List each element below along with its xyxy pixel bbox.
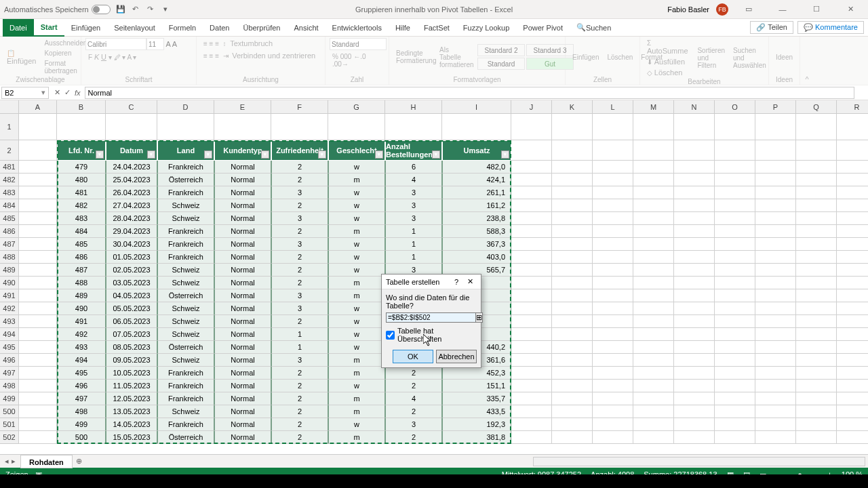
row-header[interactable]: 484 bbox=[0, 199, 19, 212]
table-cell[interactable]: Normal bbox=[214, 212, 271, 225]
table-cell[interactable] bbox=[633, 251, 674, 264]
autosum-button[interactable]: Σ AutoSumme bbox=[644, 38, 692, 56]
table-cell[interactable]: 433,5 bbox=[442, 405, 511, 418]
table-cell[interactable] bbox=[837, 199, 868, 212]
table-cell[interactable] bbox=[755, 302, 796, 315]
table-cell[interactable] bbox=[633, 341, 674, 354]
table-cell[interactable]: 261,1 bbox=[442, 186, 511, 199]
table-header-cell[interactable]: Kundentyp▾ bbox=[214, 140, 271, 161]
table-cell[interactable]: 238,8 bbox=[442, 212, 511, 225]
table-cell[interactable] bbox=[715, 199, 755, 212]
table-cell[interactable] bbox=[19, 186, 57, 199]
table-cell[interactable]: 3 bbox=[271, 186, 328, 199]
table-cell[interactable] bbox=[755, 199, 796, 212]
sort-filter-button[interactable]: Sortieren und Filtern bbox=[694, 45, 728, 70]
table-cell[interactable] bbox=[511, 186, 552, 199]
table-cell[interactable] bbox=[19, 289, 57, 302]
col-header[interactable]: R bbox=[837, 100, 868, 114]
table-cell[interactable]: 29.04.2023 bbox=[106, 225, 157, 238]
table-cell[interactable] bbox=[511, 238, 552, 251]
table-cell[interactable] bbox=[715, 431, 755, 444]
table-cell[interactable] bbox=[837, 354, 868, 367]
avatar[interactable]: FB bbox=[716, 3, 728, 16]
table-cell[interactable]: Österreich bbox=[157, 341, 214, 354]
qat-dropdown-icon[interactable]: ▾ bbox=[161, 5, 170, 14]
table-cell[interactable] bbox=[796, 341, 837, 354]
table-cell[interactable]: 2 bbox=[271, 367, 328, 380]
table-cell[interactable] bbox=[796, 354, 837, 367]
table-cell[interactable] bbox=[552, 289, 593, 302]
table-cell[interactable]: 06.05.2023 bbox=[106, 315, 157, 328]
table-cell[interactable] bbox=[593, 264, 633, 277]
table-cell[interactable] bbox=[674, 225, 715, 238]
table-cell[interactable] bbox=[674, 418, 715, 431]
table-cell[interactable]: 3 bbox=[271, 289, 328, 302]
table-cell[interactable] bbox=[796, 418, 837, 431]
table-cell[interactable] bbox=[715, 289, 755, 302]
table-cell[interactable] bbox=[19, 225, 57, 238]
table-cell[interactable]: 161,2 bbox=[442, 199, 511, 212]
table-cell[interactable] bbox=[593, 212, 633, 225]
has-headers-checkbox[interactable]: Tabelle hat Überschriften bbox=[386, 327, 477, 343]
table-cell[interactable]: 482 bbox=[57, 199, 106, 212]
table-cell[interactable]: 07.05.2023 bbox=[106, 328, 157, 341]
table-cell[interactable]: 3 bbox=[385, 186, 442, 199]
table-cell[interactable]: 494 bbox=[57, 354, 106, 367]
table-cell[interactable]: 489 bbox=[57, 289, 106, 302]
table-cell[interactable] bbox=[674, 238, 715, 251]
table-cell[interactable] bbox=[755, 251, 796, 264]
filter-icon[interactable]: ▾ bbox=[432, 150, 440, 159]
table-cell[interactable] bbox=[19, 212, 57, 225]
table-cell[interactable]: 151,1 bbox=[442, 380, 511, 392]
table-cell[interactable] bbox=[755, 238, 796, 251]
table-cell[interactable]: Frankreich bbox=[157, 380, 214, 392]
row-header[interactable]: 2 bbox=[0, 140, 19, 161]
number-format-select[interactable] bbox=[330, 38, 387, 50]
table-cell[interactable]: 424,1 bbox=[442, 174, 511, 186]
table-cell[interactable]: Normal bbox=[214, 302, 271, 315]
table-cell[interactable] bbox=[19, 341, 57, 354]
table-cell[interactable] bbox=[837, 238, 868, 251]
table-cell[interactable]: Normal bbox=[214, 367, 271, 380]
table-cell[interactable] bbox=[19, 264, 57, 277]
table-cell[interactable]: 12.05.2023 bbox=[106, 392, 157, 405]
share-button[interactable]: 🔗 Teilen bbox=[750, 21, 793, 34]
table-cell[interactable]: w bbox=[328, 418, 385, 431]
table-cell[interactable] bbox=[19, 174, 57, 186]
table-cell[interactable]: 452,3 bbox=[442, 367, 511, 380]
table-cell[interactable] bbox=[837, 392, 868, 405]
table-cell[interactable] bbox=[511, 174, 552, 186]
redo-icon[interactable]: ↷ bbox=[146, 5, 155, 14]
col-header[interactable]: A bbox=[19, 100, 57, 114]
table-cell[interactable]: 488 bbox=[57, 277, 106, 289]
table-cell[interactable] bbox=[552, 212, 593, 225]
row-header[interactable]: 502 bbox=[0, 431, 19, 444]
table-cell[interactable] bbox=[511, 328, 552, 341]
range-picker-icon[interactable]: ⊞ bbox=[476, 312, 483, 323]
table-cell[interactable]: 08.05.2023 bbox=[106, 341, 157, 354]
row-header[interactable]: 489 bbox=[0, 264, 19, 277]
col-header[interactable]: F bbox=[271, 100, 328, 114]
table-cell[interactable]: 482,0 bbox=[442, 161, 511, 174]
row-header[interactable]: 496 bbox=[0, 354, 19, 367]
table-cell[interactable] bbox=[633, 315, 674, 328]
table-cell[interactable]: Normal bbox=[214, 315, 271, 328]
table-cell[interactable] bbox=[755, 354, 796, 367]
undo-icon[interactable]: ↶ bbox=[131, 5, 140, 14]
table-cell[interactable] bbox=[19, 354, 57, 367]
table-cell[interactable] bbox=[552, 405, 593, 418]
table-cell[interactable]: m bbox=[328, 392, 385, 405]
table-cell[interactable] bbox=[19, 392, 57, 405]
table-cell[interactable]: 496 bbox=[57, 380, 106, 392]
table-cell[interactable] bbox=[796, 315, 837, 328]
table-cell[interactable]: 485 bbox=[57, 238, 106, 251]
table-cell[interactable] bbox=[837, 418, 868, 431]
table-cell[interactable] bbox=[633, 418, 674, 431]
table-cell[interactable] bbox=[19, 431, 57, 444]
table-cell[interactable] bbox=[633, 367, 674, 380]
table-cell[interactable]: Frankreich bbox=[157, 186, 214, 199]
table-cell[interactable]: Normal bbox=[214, 251, 271, 264]
table-cell[interactable] bbox=[674, 199, 715, 212]
table-cell[interactable] bbox=[552, 264, 593, 277]
table-cell[interactable]: 2 bbox=[271, 277, 328, 289]
